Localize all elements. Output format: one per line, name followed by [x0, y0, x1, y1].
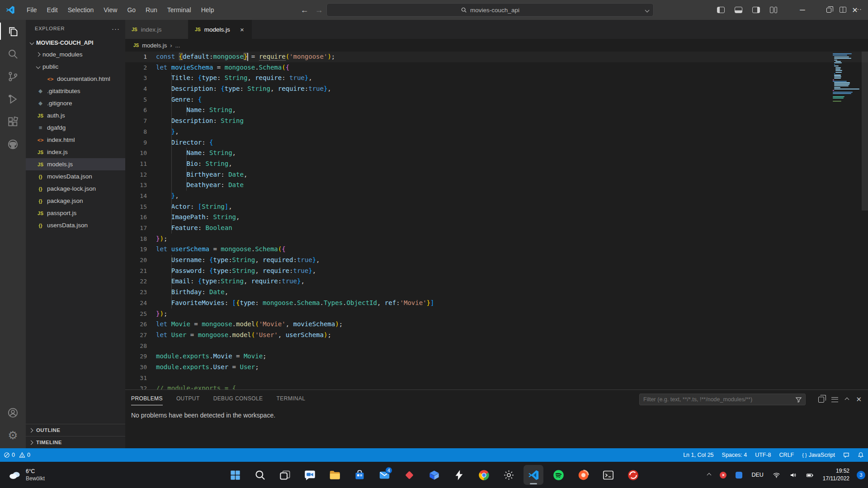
sidebar-item-gitattributes[interactable]: ◆.gitattributes	[26, 85, 125, 97]
sidebar-item-models-js[interactable]: JSmodels.js	[26, 158, 125, 170]
editor-scrollbar[interactable]	[862, 52, 868, 389]
sidebar-item-public[interactable]: public	[26, 61, 125, 73]
forward-arrow-icon[interactable]: →	[315, 5, 323, 15]
tray-expand-icon[interactable]	[705, 471, 713, 479]
keyboard-language[interactable]: DEU	[749, 469, 766, 481]
notifications-bell-icon[interactable]	[854, 448, 868, 462]
panel-tab-terminal[interactable]: TERMINAL	[277, 395, 306, 405]
maximize-panel-icon[interactable]	[845, 397, 849, 402]
taskbar-red-swirl[interactable]	[623, 465, 643, 485]
menu-terminal[interactable]: Terminal	[162, 4, 196, 16]
taskbar-terminal[interactable]	[598, 465, 618, 485]
menu-run[interactable]: Run	[141, 4, 162, 16]
taskbar-orange-app[interactable]	[573, 465, 593, 485]
taskbar-red-diamond[interactable]	[399, 465, 419, 485]
restore-button[interactable]	[816, 0, 842, 20]
breadcrumb[interactable]: JS models.js › ...	[125, 39, 868, 52]
volume-icon[interactable]	[787, 469, 800, 482]
toggle-sidebar-icon[interactable]	[717, 7, 725, 13]
wifi-icon[interactable]	[770, 469, 783, 482]
close-tab-icon[interactable]: ×	[240, 26, 244, 33]
sidebar-item-package-lock-json[interactable]: {}package-lock.json	[26, 183, 125, 195]
activity-accounts[interactable]	[0, 401, 26, 424]
sidebar-item-package-json[interactable]: {}package.json	[26, 195, 125, 207]
cursor-position[interactable]: Ln 1, Col 25	[679, 448, 717, 462]
activity-extensions[interactable]	[0, 110, 26, 133]
sidebar-item-auth-js[interactable]: JSauth.js	[26, 109, 125, 122]
taskbar-chat[interactable]	[300, 465, 320, 485]
sidebar-item-moviesdata-json[interactable]: {}moviesData.json	[26, 170, 125, 183]
sidebar-item-passport-js[interactable]: JSpassport.js	[26, 207, 125, 219]
menu-edit[interactable]: Edit	[42, 4, 63, 16]
sidebar-item-node-modules[interactable]: node_modules	[26, 48, 125, 61]
taskbar-settings[interactable]	[499, 465, 519, 485]
language-mode[interactable]: { } JavaScript	[798, 448, 839, 462]
scrollbar-slider[interactable]	[862, 52, 868, 211]
section-outline[interactable]: OUTLINE	[26, 424, 125, 436]
panel-tab-problems[interactable]: PROBLEMS	[131, 395, 163, 405]
menu-selection[interactable]: Selection	[63, 4, 99, 16]
battery-icon[interactable]	[803, 469, 816, 482]
view-as-list-icon[interactable]	[831, 397, 838, 402]
problems-filter[interactable]	[639, 394, 806, 405]
back-arrow-icon[interactable]: ←	[300, 5, 308, 15]
activity-settings[interactable]: ⚙	[0, 424, 26, 446]
sidebar-item-usersdata-json[interactable]: {}usersData.json	[26, 219, 125, 231]
tray-blue-app-icon[interactable]	[733, 469, 745, 481]
breadcrumb-file[interactable]: models.js	[142, 42, 167, 49]
sidebar-item-dgafdg[interactable]: ≡dgafdg	[26, 122, 125, 134]
customize-layout-icon[interactable]	[770, 7, 778, 13]
breadcrumb-ellipsis[interactable]: ...	[175, 42, 180, 49]
taskbar-store[interactable]	[349, 465, 369, 485]
clock[interactable]: 19:52 17/11/2022	[820, 465, 852, 484]
activity-source-control[interactable]	[0, 65, 26, 88]
taskbar-chrome[interactable]	[474, 465, 494, 485]
menu-view[interactable]: View	[99, 4, 122, 16]
sidebar-item-gitignore[interactable]: ◆.gitignore	[26, 97, 125, 109]
panel-tab-output[interactable]: OUTPUT	[176, 395, 200, 405]
taskbar-mail[interactable]: 4	[374, 465, 394, 485]
encoding-status[interactable]: UTF-8	[751, 448, 775, 462]
activity-github[interactable]	[0, 133, 26, 155]
taskbar-box-app[interactable]	[424, 465, 444, 485]
problems-status[interactable]: 0 0	[0, 448, 34, 462]
tray-red-app-icon[interactable]: ×	[717, 469, 729, 481]
section-timeline[interactable]: TIMELINE	[26, 436, 125, 448]
menu-help[interactable]: Help	[196, 4, 219, 16]
taskbar-spotify[interactable]	[548, 465, 568, 485]
panel-tab-debug-console[interactable]: DEBUG CONSOLE	[213, 395, 263, 405]
taskbar-file-explorer[interactable]	[325, 465, 344, 485]
command-center-search[interactable]: movies-couch_api	[326, 3, 654, 17]
activity-search[interactable]	[0, 42, 26, 65]
tab-index-js[interactable]: JSindex.js	[125, 20, 189, 39]
minimize-button[interactable]: ─	[789, 0, 816, 20]
taskbar-vscode[interactable]	[524, 465, 543, 485]
close-panel-icon[interactable]: ✕	[856, 395, 862, 404]
notification-count-badge[interactable]: 3	[857, 471, 865, 479]
toggle-secondary-sidebar-icon[interactable]	[752, 7, 760, 13]
explorer-more-actions-icon[interactable]: ···	[112, 25, 120, 33]
sidebar-item-documentation-html[interactable]: <>documentation.html	[26, 73, 125, 85]
chevron-down-icon[interactable]	[645, 8, 650, 13]
split-editor-icon[interactable]	[840, 7, 846, 13]
menu-go[interactable]: Go	[122, 4, 141, 16]
code-editor[interactable]: 1const {default:mongoose} = require('mon…	[125, 52, 868, 389]
feedback-icon[interactable]	[839, 448, 854, 462]
sidebar-item-index-js[interactable]: JSindex.js	[26, 146, 125, 158]
sidebar-item-index-html[interactable]: <>index.html	[26, 134, 125, 146]
toggle-panel-icon[interactable]	[735, 7, 742, 13]
taskbar-lightning[interactable]	[449, 465, 469, 485]
taskbar-task-view[interactable]	[275, 465, 295, 485]
indentation-status[interactable]: Spaces: 4	[718, 448, 751, 462]
explorer-root-folder[interactable]: MOVIES-COUCH_API	[26, 37, 125, 48]
taskbar-start[interactable]	[225, 465, 245, 485]
activity-run-debug[interactable]	[0, 88, 26, 110]
tab-models-js[interactable]: JSmodels.js×	[189, 20, 252, 39]
filter-input[interactable]	[640, 396, 795, 403]
open-in-editor-icon[interactable]	[818, 397, 824, 403]
menu-file[interactable]: File	[22, 4, 42, 16]
editor-more-actions-icon[interactable]: ···	[854, 5, 862, 14]
taskbar-search[interactable]	[250, 465, 270, 485]
minimap[interactable]	[833, 53, 861, 103]
activity-explorer[interactable]	[0, 20, 26, 42]
